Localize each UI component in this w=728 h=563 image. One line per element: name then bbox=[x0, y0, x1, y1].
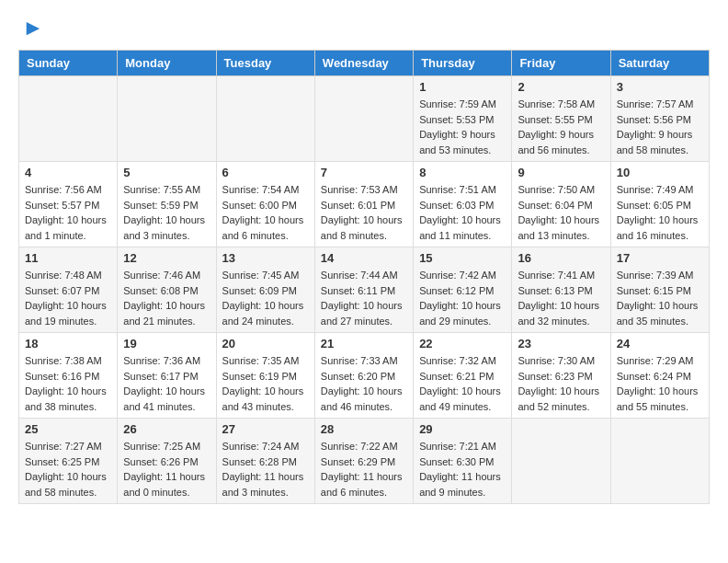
day-info: Sunrise: 7:25 AM Sunset: 6:26 PM Dayligh… bbox=[123, 439, 210, 500]
day-info: Sunrise: 7:24 AM Sunset: 6:28 PM Dayligh… bbox=[222, 439, 309, 500]
calendar-day-cell: 10Sunrise: 7:49 AM Sunset: 6:05 PM Dayli… bbox=[610, 162, 709, 247]
day-info: Sunrise: 7:21 AM Sunset: 6:30 PM Dayligh… bbox=[419, 439, 506, 500]
day-of-week-header: Friday bbox=[512, 51, 610, 76]
day-number: 15 bbox=[419, 251, 506, 265]
day-of-week-header: Saturday bbox=[610, 51, 709, 76]
calendar-week-row: 4Sunrise: 7:56 AM Sunset: 5:57 PM Daylig… bbox=[19, 162, 710, 247]
day-info: Sunrise: 7:35 AM Sunset: 6:19 PM Dayligh… bbox=[222, 353, 309, 414]
day-info: Sunrise: 7:32 AM Sunset: 6:21 PM Dayligh… bbox=[419, 353, 506, 414]
calendar-day-cell: 18Sunrise: 7:38 AM Sunset: 6:16 PM Dayli… bbox=[19, 333, 118, 419]
day-number: 24 bbox=[617, 337, 703, 350]
calendar-day-cell bbox=[314, 76, 413, 162]
calendar-day-cell: 8Sunrise: 7:51 AM Sunset: 6:03 PM Daylig… bbox=[414, 162, 512, 247]
day-number: 1 bbox=[419, 80, 506, 94]
calendar-day-cell: 1Sunrise: 7:59 AM Sunset: 5:53 PM Daylig… bbox=[414, 76, 512, 162]
day-of-week-header: Wednesday bbox=[314, 51, 413, 76]
day-info: Sunrise: 7:46 AM Sunset: 6:08 PM Dayligh… bbox=[123, 268, 210, 328]
day-number: 19 bbox=[123, 337, 210, 350]
logo: ► bbox=[18, 15, 44, 40]
day-info: Sunrise: 7:55 AM Sunset: 5:59 PM Dayligh… bbox=[123, 182, 210, 243]
day-info: Sunrise: 7:38 AM Sunset: 6:16 PM Dayligh… bbox=[25, 353, 111, 414]
calendar-day-cell: 3Sunrise: 7:57 AM Sunset: 5:56 PM Daylig… bbox=[610, 76, 709, 162]
day-info: Sunrise: 7:50 AM Sunset: 6:04 PM Dayligh… bbox=[518, 182, 604, 243]
day-number: 29 bbox=[419, 422, 506, 436]
day-number: 2 bbox=[518, 80, 604, 94]
calendar-day-cell: 6Sunrise: 7:54 AM Sunset: 6:00 PM Daylig… bbox=[216, 162, 314, 247]
calendar-day-cell: 14Sunrise: 7:44 AM Sunset: 6:11 PM Dayli… bbox=[314, 247, 413, 333]
calendar-day-cell: 5Sunrise: 7:55 AM Sunset: 5:59 PM Daylig… bbox=[118, 162, 216, 247]
calendar-week-row: 11Sunrise: 7:48 AM Sunset: 6:07 PM Dayli… bbox=[19, 247, 710, 333]
calendar-day-cell: 19Sunrise: 7:36 AM Sunset: 6:17 PM Dayli… bbox=[118, 333, 216, 419]
day-info: Sunrise: 7:39 AM Sunset: 6:15 PM Dayligh… bbox=[617, 268, 703, 328]
calendar-day-cell: 25Sunrise: 7:27 AM Sunset: 6:25 PM Dayli… bbox=[19, 419, 118, 504]
calendar-header-row: SundayMondayTuesdayWednesdayThursdayFrid… bbox=[19, 51, 710, 76]
day-number: 22 bbox=[419, 337, 506, 350]
day-number: 6 bbox=[222, 166, 309, 179]
calendar-day-cell: 29Sunrise: 7:21 AM Sunset: 6:30 PM Dayli… bbox=[414, 419, 512, 504]
calendar-day-cell: 4Sunrise: 7:56 AM Sunset: 5:57 PM Daylig… bbox=[19, 162, 118, 247]
day-number: 20 bbox=[222, 337, 309, 350]
calendar-day-cell: 13Sunrise: 7:45 AM Sunset: 6:09 PM Dayli… bbox=[216, 247, 314, 333]
page-header: ► bbox=[18, 15, 710, 40]
day-info: Sunrise: 7:41 AM Sunset: 6:13 PM Dayligh… bbox=[518, 268, 604, 328]
day-number: 23 bbox=[518, 337, 604, 350]
calendar-day-cell: 22Sunrise: 7:32 AM Sunset: 6:21 PM Dayli… bbox=[414, 333, 512, 419]
day-info: Sunrise: 7:54 AM Sunset: 6:00 PM Dayligh… bbox=[222, 182, 309, 243]
calendar-day-cell: 24Sunrise: 7:29 AM Sunset: 6:24 PM Dayli… bbox=[610, 333, 709, 419]
day-number: 21 bbox=[321, 337, 407, 350]
day-number: 12 bbox=[123, 251, 210, 265]
day-number: 16 bbox=[518, 251, 604, 265]
day-info: Sunrise: 7:29 AM Sunset: 6:24 PM Dayligh… bbox=[617, 353, 703, 414]
calendar-day-cell: 12Sunrise: 7:46 AM Sunset: 6:08 PM Dayli… bbox=[118, 247, 216, 333]
calendar-day-cell: 15Sunrise: 7:42 AM Sunset: 6:12 PM Dayli… bbox=[414, 247, 512, 333]
day-number: 17 bbox=[617, 251, 703, 265]
day-info: Sunrise: 7:49 AM Sunset: 6:05 PM Dayligh… bbox=[617, 182, 703, 243]
calendar-day-cell: 28Sunrise: 7:22 AM Sunset: 6:29 PM Dayli… bbox=[314, 419, 413, 504]
day-number: 28 bbox=[321, 422, 407, 436]
day-info: Sunrise: 7:53 AM Sunset: 6:01 PM Dayligh… bbox=[321, 182, 407, 243]
calendar-day-cell: 7Sunrise: 7:53 AM Sunset: 6:01 PM Daylig… bbox=[314, 162, 413, 247]
day-number: 13 bbox=[222, 251, 309, 265]
day-number: 5 bbox=[123, 166, 210, 179]
day-info: Sunrise: 7:59 AM Sunset: 5:53 PM Dayligh… bbox=[419, 97, 506, 157]
calendar-day-cell: 21Sunrise: 7:33 AM Sunset: 6:20 PM Dayli… bbox=[314, 333, 413, 419]
calendar-day-cell bbox=[19, 76, 118, 162]
calendar-day-cell: 16Sunrise: 7:41 AM Sunset: 6:13 PM Dayli… bbox=[512, 247, 610, 333]
logo-bird-icon: ► bbox=[22, 15, 44, 40]
calendar-week-row: 18Sunrise: 7:38 AM Sunset: 6:16 PM Dayli… bbox=[19, 333, 710, 419]
calendar-table: SundayMondayTuesdayWednesdayThursdayFrid… bbox=[18, 50, 710, 504]
calendar-day-cell bbox=[118, 76, 216, 162]
calendar-week-row: 25Sunrise: 7:27 AM Sunset: 6:25 PM Dayli… bbox=[19, 419, 710, 504]
day-info: Sunrise: 7:45 AM Sunset: 6:09 PM Dayligh… bbox=[222, 268, 309, 328]
day-of-week-header: Tuesday bbox=[216, 51, 314, 76]
day-info: Sunrise: 7:58 AM Sunset: 5:55 PM Dayligh… bbox=[518, 97, 604, 157]
day-info: Sunrise: 7:36 AM Sunset: 6:17 PM Dayligh… bbox=[123, 353, 210, 414]
day-of-week-header: Thursday bbox=[414, 51, 512, 76]
day-info: Sunrise: 7:56 AM Sunset: 5:57 PM Dayligh… bbox=[25, 182, 111, 243]
day-info: Sunrise: 7:48 AM Sunset: 6:07 PM Dayligh… bbox=[25, 268, 111, 328]
calendar-day-cell: 20Sunrise: 7:35 AM Sunset: 6:19 PM Dayli… bbox=[216, 333, 314, 419]
day-info: Sunrise: 7:42 AM Sunset: 6:12 PM Dayligh… bbox=[419, 268, 506, 328]
calendar-day-cell: 26Sunrise: 7:25 AM Sunset: 6:26 PM Dayli… bbox=[118, 419, 216, 504]
calendar-day-cell: 11Sunrise: 7:48 AM Sunset: 6:07 PM Dayli… bbox=[19, 247, 118, 333]
day-number: 11 bbox=[25, 251, 111, 265]
day-number: 25 bbox=[25, 422, 111, 436]
day-number: 18 bbox=[25, 337, 111, 350]
day-info: Sunrise: 7:22 AM Sunset: 6:29 PM Dayligh… bbox=[321, 439, 407, 500]
day-number: 3 bbox=[617, 80, 703, 94]
day-number: 10 bbox=[617, 166, 703, 179]
day-info: Sunrise: 7:51 AM Sunset: 6:03 PM Dayligh… bbox=[419, 182, 506, 243]
day-info: Sunrise: 7:33 AM Sunset: 6:20 PM Dayligh… bbox=[321, 353, 407, 414]
calendar-day-cell bbox=[610, 419, 709, 504]
calendar-day-cell: 17Sunrise: 7:39 AM Sunset: 6:15 PM Dayli… bbox=[610, 247, 709, 333]
day-info: Sunrise: 7:57 AM Sunset: 5:56 PM Dayligh… bbox=[617, 97, 703, 157]
calendar-day-cell: 2Sunrise: 7:58 AM Sunset: 5:55 PM Daylig… bbox=[512, 76, 610, 162]
day-number: 4 bbox=[25, 166, 111, 179]
day-number: 26 bbox=[123, 422, 210, 436]
day-number: 14 bbox=[321, 251, 407, 265]
day-info: Sunrise: 7:27 AM Sunset: 6:25 PM Dayligh… bbox=[25, 439, 111, 500]
day-number: 27 bbox=[222, 422, 309, 436]
calendar-day-cell: 27Sunrise: 7:24 AM Sunset: 6:28 PM Dayli… bbox=[216, 419, 314, 504]
day-info: Sunrise: 7:44 AM Sunset: 6:11 PM Dayligh… bbox=[321, 268, 407, 328]
day-number: 9 bbox=[518, 166, 604, 179]
